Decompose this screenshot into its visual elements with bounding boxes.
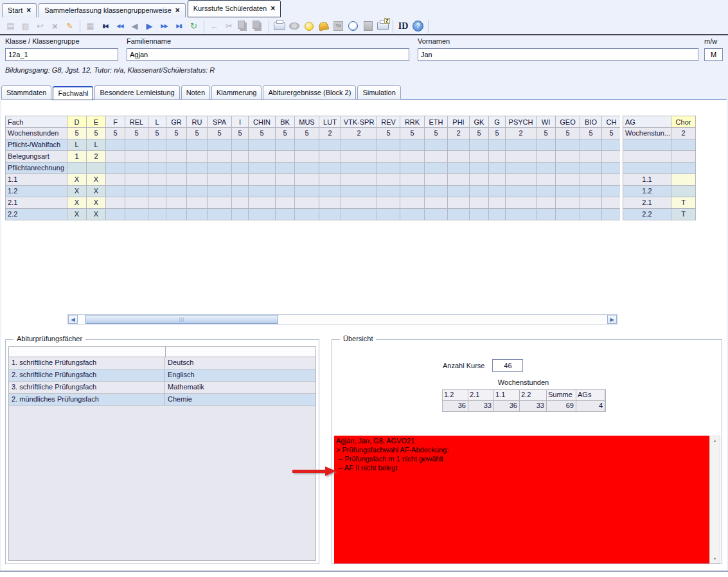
fachwahl-cell[interactable]: [249, 151, 276, 163]
fachwahl-cell[interactable]: [166, 186, 187, 197]
fachwahl-cell[interactable]: [506, 139, 537, 151]
fachwahl-cell[interactable]: [425, 151, 448, 163]
fachwahl-cell[interactable]: [489, 139, 506, 151]
fachwahl-cell[interactable]: [341, 163, 377, 174]
fachwahl-cell[interactable]: 5: [489, 128, 506, 139]
ag-cell[interactable]: [671, 163, 696, 174]
fachwahl-cell[interactable]: X: [87, 174, 106, 186]
fachwahl-cell[interactable]: [425, 197, 448, 209]
fachwahl-cell[interactable]: [232, 197, 249, 209]
horizontal-scrollbar[interactable]: ◀ ||| ▶: [67, 314, 617, 324]
fachwahl-cell[interactable]: X: [87, 209, 106, 220]
hint-bulb-icon[interactable]: [301, 19, 316, 33]
fachwahl-cell[interactable]: [470, 174, 489, 186]
fachwahl-cell[interactable]: [166, 197, 187, 209]
fachwahl-cell[interactable]: [125, 209, 148, 220]
fachwahl-cell[interactable]: [319, 163, 341, 174]
fachwahl-cell[interactable]: [400, 163, 425, 174]
fachwahl-cell[interactable]: [208, 151, 232, 163]
fachwahl-cell[interactable]: [470, 209, 489, 220]
fachwahl-cell[interactable]: [448, 139, 470, 151]
fachwahl-cell[interactable]: [148, 163, 166, 174]
fachwahl-cell[interactable]: 5: [537, 128, 556, 139]
fachwahl-cell[interactable]: 5: [232, 128, 249, 139]
close-icon[interactable]: ×: [271, 5, 275, 12]
fachwahl-cell[interactable]: [602, 163, 620, 174]
abitur-row[interactable]: 3. schriftliche PrüfungsfachMathematik: [9, 382, 315, 394]
fachwahl-cell[interactable]: [537, 163, 556, 174]
fachwahl-cell[interactable]: [232, 186, 249, 197]
fachwahl-cell[interactable]: X: [87, 186, 106, 197]
fachwahl-cell[interactable]: [556, 197, 580, 209]
fachwahl-cell[interactable]: [67, 163, 87, 174]
fachwahl-cell[interactable]: [470, 186, 489, 197]
fachwahl-cell[interactable]: [295, 197, 319, 209]
fachwahl-cell[interactable]: [208, 163, 232, 174]
fachwahl-cell[interactable]: [276, 151, 295, 163]
fachwahl-cell[interactable]: [602, 209, 620, 220]
fachwahl-cell[interactable]: [319, 209, 341, 220]
fachwahl-cell[interactable]: 5: [166, 128, 187, 139]
fachwahl-cell[interactable]: [537, 139, 556, 151]
fachwahl-cell[interactable]: [148, 209, 166, 220]
fachwahl-cell[interactable]: [489, 186, 506, 197]
fachwahl-cell[interactable]: 5: [87, 128, 106, 139]
fachwahl-cell[interactable]: [276, 139, 295, 151]
ag-cell[interactable]: 2: [671, 128, 696, 139]
fachwahl-cell[interactable]: [537, 197, 556, 209]
fachwahl-cell[interactable]: [319, 139, 341, 151]
fachwahl-cell[interactable]: [125, 174, 148, 186]
fachwahl-cell[interactable]: [602, 174, 620, 186]
fachwahl-cell[interactable]: [377, 186, 400, 197]
fachwahl-cell[interactable]: [208, 139, 232, 151]
fachwahl-cell[interactable]: [276, 163, 295, 174]
fachwahl-cell[interactable]: [295, 151, 319, 163]
fachwahl-cell[interactable]: [425, 186, 448, 197]
fachwahl-cell[interactable]: [232, 151, 249, 163]
ag-cell[interactable]: T: [671, 197, 696, 209]
fachwahl-cell[interactable]: [166, 151, 187, 163]
fachwahl-cell[interactable]: [489, 163, 506, 174]
fachwahl-cell[interactable]: [489, 174, 506, 186]
scroll-down-icon[interactable]: ▼: [713, 556, 717, 561]
fachwahl-cell[interactable]: [249, 186, 276, 197]
bell-icon[interactable]: [316, 19, 331, 33]
fachwahl-cell[interactable]: [448, 163, 470, 174]
fachwahl-cell[interactable]: [166, 139, 187, 151]
alarm-clock-icon[interactable]: [346, 19, 360, 33]
validation-message[interactable]: Agjan, Jan, G8, AGVO21> Prüfungsfachwahl…: [334, 436, 709, 564]
fachwahl-cell[interactable]: [602, 139, 620, 151]
fachwahl-cell[interactable]: [166, 209, 187, 220]
fachwahl-cell[interactable]: [249, 139, 276, 151]
fachwahl-cell[interactable]: [232, 209, 249, 220]
fachwahl-cell[interactable]: [295, 163, 319, 174]
fachwahl-cell[interactable]: [580, 174, 602, 186]
fachwahl-cell[interactable]: [400, 174, 425, 186]
fachwahl-cell[interactable]: 5: [470, 128, 489, 139]
fachwahl-cell[interactable]: [106, 151, 125, 163]
close-icon[interactable]: ×: [26, 7, 31, 13]
fachwahl-cell[interactable]: [276, 197, 295, 209]
fachwahl-cell[interactable]: [148, 197, 166, 209]
fachwahl-cell[interactable]: [377, 163, 400, 174]
tab-stammdaten[interactable]: Stammdaten: [1, 85, 51, 100]
fachwahl-cell[interactable]: [187, 209, 208, 220]
fachwahl-cell[interactable]: 2: [319, 128, 341, 139]
fachwahl-cell[interactable]: L: [87, 139, 106, 151]
fachwahl-cell[interactable]: [580, 151, 602, 163]
fachwahl-cell[interactable]: X: [67, 209, 87, 220]
doc-tab-start[interactable]: Start×: [2, 3, 37, 17]
fachwahl-cell[interactable]: [377, 139, 400, 151]
fachwahl-cell[interactable]: [556, 174, 580, 186]
fachwahl-cell[interactable]: [556, 139, 580, 151]
fachwahl-cell[interactable]: [470, 163, 489, 174]
fachwahl-cell[interactable]: 5: [106, 128, 125, 139]
fachwahl-cell[interactable]: [400, 197, 425, 209]
fachwahl-cell[interactable]: [506, 186, 537, 197]
fast-forward-icon[interactable]: ▶▶: [157, 19, 172, 33]
fachwahl-cell[interactable]: X: [67, 174, 87, 186]
ag-cell[interactable]: [671, 139, 696, 151]
fachwahl-cell[interactable]: [580, 186, 602, 197]
fachwahl-cell[interactable]: [425, 163, 448, 174]
fachwahl-cell[interactable]: [556, 186, 580, 197]
